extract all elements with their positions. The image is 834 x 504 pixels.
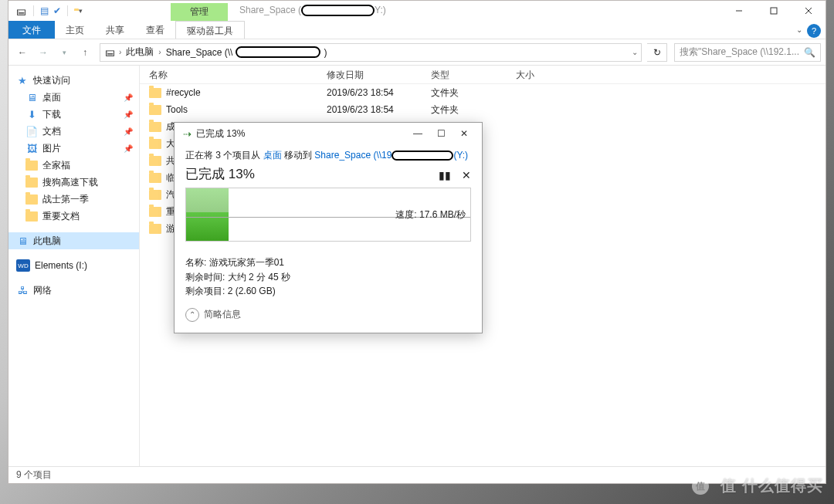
pin-icon: 📌 (124, 144, 133, 153)
col-size[interactable]: 大小 (507, 66, 568, 83)
ribbon-file[interactable]: 文件 (8, 21, 55, 39)
folder-icon (149, 190, 161, 200)
folder-icon (25, 176, 38, 188)
col-name[interactable]: 名称 (140, 66, 317, 83)
breadcrumb-dropdown-icon[interactable]: ⌄ (632, 48, 638, 56)
column-headers: 名称 修改日期 类型 大小 (140, 66, 826, 84)
folder-icon (149, 156, 161, 166)
sidebar-item-label: 搜狗高速下载 (42, 176, 98, 189)
folder-icon (25, 159, 38, 171)
breadcrumb[interactable]: 🖴 › 此电脑 › Share_Space (\\) ⌄ (100, 43, 642, 62)
nav-forward[interactable]: → (34, 43, 53, 62)
ribbon-drive-tools[interactable]: 驱动器工具 (175, 21, 245, 39)
maximize-button[interactable] (756, 1, 791, 21)
sidebar-item[interactable]: ⬇下载📌 (8, 106, 139, 123)
folder-icon (25, 193, 38, 205)
breadcrumb-seg[interactable]: 此电脑 (124, 46, 155, 59)
progress-percent: 已完成 13% (185, 165, 255, 183)
pin-icon: 📌 (124, 127, 133, 136)
pic-icon: 🖼 (25, 142, 38, 154)
dialog-titlebar[interactable]: ⇢ 已完成 13% — ☐ ✕ (175, 123, 482, 144)
desktop-icon: 🖥 (25, 91, 38, 103)
sidebar-item-label: 重要文档 (42, 210, 80, 223)
search-placeholder: 搜索"Share_Space (\\192.1... (680, 46, 799, 59)
nav-up[interactable]: ↑ (76, 43, 94, 62)
dest-link[interactable]: Share_Space (\\19(Y:) (314, 150, 468, 161)
source-link[interactable]: 桌面 (263, 150, 282, 161)
table-row[interactable]: Tools2019/6/23 18:54文件夹 (140, 101, 826, 118)
folder-icon (25, 210, 38, 222)
sidebar-item[interactable]: 战士第一季 (8, 191, 139, 208)
dialog-maximize[interactable]: ☐ (429, 125, 453, 142)
close-button[interactable] (791, 1, 826, 21)
drive-icon: 🖴 (15, 5, 27, 17)
network-icon: 🖧 (16, 284, 29, 296)
copy-description: 正在将 3 个项目从 桌面 移动到 Share_Space (\\19(Y:) (185, 149, 471, 162)
ribbon-share[interactable]: 共享 (95, 21, 135, 39)
star-icon: ★ (16, 74, 29, 86)
sidebar-item-label: 下载 (42, 108, 61, 121)
search-input[interactable]: 搜索"Share_Space (\\192.1... 🔍 (674, 43, 821, 62)
folder-icon (149, 122, 161, 132)
nav-recent-dropdown[interactable]: ▾ (55, 43, 73, 62)
help-button[interactable]: ? (807, 24, 821, 38)
sidebar-item-label: 桌面 (42, 91, 61, 104)
item-count: 9 个项目 (16, 468, 52, 482)
navbar: ← → ▾ ↑ 🖴 › 此电脑 › Share_Space (\\) ⌄ ↻ 搜… (8, 39, 826, 66)
sidebar-quick-access[interactable]: ★ 快速访问 (8, 72, 139, 89)
folder-icon (149, 173, 161, 183)
window-title: Share_Space (Y:) (239, 5, 386, 16)
col-type[interactable]: 类型 (422, 66, 507, 83)
folder-icon (149, 224, 161, 234)
more-details-toggle[interactable]: ⌃ 简略信息 (185, 308, 471, 322)
ribbon-collapse-icon[interactable]: ⌄ (796, 25, 802, 34)
chevron-right-icon[interactable]: › (119, 48, 121, 56)
sidebar-network[interactable]: 🖧 网络 (8, 282, 139, 299)
dialog-minimize[interactable]: — (406, 125, 429, 142)
wd-drive-icon: WD (16, 259, 30, 272)
dialog-title: 已完成 13% (196, 127, 245, 140)
qat-check-icon[interactable]: ✔ (53, 5, 61, 16)
table-row[interactable]: #recycle2019/6/23 18:54文件夹 (140, 84, 826, 101)
sidebar-this-pc[interactable]: 🖥 此电脑 (8, 232, 139, 249)
sidebar-drive-elements[interactable]: WD Elements (I:) (8, 257, 139, 274)
sidebar-item[interactable]: 重要文档 (8, 208, 139, 225)
titlebar: 🖴 ▤ ✔ ▾ 管理 Share_Space (Y:) (8, 1, 826, 21)
cancel-button[interactable]: ✕ (462, 169, 471, 181)
qat-props-icon[interactable]: ▤ (40, 5, 49, 16)
dialog-close[interactable]: ✕ (453, 125, 476, 142)
col-date[interactable]: 修改日期 (317, 66, 422, 83)
chevron-up-icon: ⌃ (185, 308, 199, 322)
sidebar-item[interactable]: 🖥桌面📌 (8, 89, 139, 106)
folder-icon (149, 207, 161, 217)
sidebar-item[interactable]: 🖼图片📌 (8, 140, 139, 157)
chevron-right-icon[interactable]: › (158, 48, 161, 56)
sidebar-item[interactable]: 全家福 (8, 157, 139, 174)
qat-dropdown-icon[interactable]: ▾ (79, 7, 83, 15)
nav-back[interactable]: ← (13, 43, 32, 62)
sidebar-item-label: 战士第一季 (42, 193, 89, 206)
minimize-button[interactable] (721, 1, 756, 21)
sidebar-item-label: 文档 (42, 125, 61, 138)
copy-progress-dialog: ⇢ 已完成 13% — ☐ ✕ 正在将 3 个项目从 桌面 移动到 Share_… (174, 122, 483, 333)
context-tab-manage[interactable]: 管理 (171, 3, 228, 21)
ribbon-home[interactable]: 主页 (55, 21, 95, 39)
svg-rect-1 (771, 8, 777, 14)
folder-icon (149, 88, 161, 98)
folder-icon (149, 105, 161, 115)
pin-icon: 📌 (124, 93, 133, 102)
sidebar-item-label: 全家福 (42, 159, 70, 172)
download-icon: ⬇ (25, 108, 38, 120)
refresh-button[interactable]: ↻ (647, 43, 667, 62)
pin-icon: 📌 (124, 110, 133, 119)
ribbon-view[interactable]: 查看 (135, 21, 175, 39)
drive-icon: 🖴 (103, 46, 116, 59)
pause-button[interactable]: ▮▮ (439, 169, 451, 181)
ribbon: 文件 主页 共享 查看 驱动器工具 (8, 21, 826, 39)
breadcrumb-seg[interactable]: Share_Space (\\) (164, 46, 329, 58)
speed-graph: 速度: 17.6 MB/秒 (185, 188, 471, 242)
doc-icon: 📄 (25, 125, 38, 137)
sidebar: ★ 快速访问 🖥桌面📌⬇下载📌📄文档📌🖼图片📌全家福搜狗高速下载战士第一季重要文… (8, 66, 140, 483)
sidebar-item[interactable]: 搜狗高速下载 (8, 174, 139, 191)
sidebar-item[interactable]: 📄文档📌 (8, 123, 139, 140)
